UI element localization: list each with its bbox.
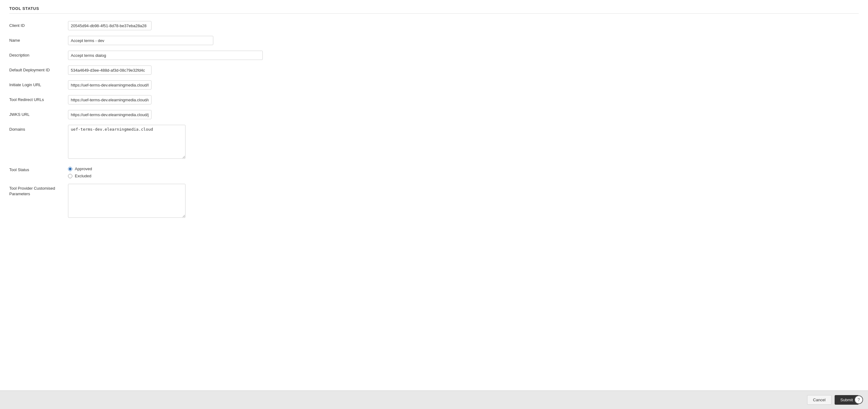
client-id-label: Client ID xyxy=(9,21,68,28)
main-content: TOOL STATUS Client ID Name Description D… xyxy=(0,0,868,390)
tool-redirect-urls-label: Tool Redirect URLs xyxy=(9,95,68,103)
cancel-button[interactable]: Cancel xyxy=(807,395,831,405)
jwks-url-label: JWKS URL xyxy=(9,110,68,117)
domains-row: Domains uef-terms-dev.elearningmedia.clo… xyxy=(9,125,859,160)
tool-status-row: Tool Status Approved Excluded xyxy=(9,165,859,178)
name-label: Name xyxy=(9,36,68,43)
tool-redirect-urls-input[interactable] xyxy=(68,95,152,104)
name-input[interactable] xyxy=(68,36,213,45)
tool-redirect-urls-row: Tool Redirect URLs xyxy=(9,95,859,104)
initiate-login-url-row: Initiate Login URL xyxy=(9,80,859,90)
tool-redirect-urls-field xyxy=(68,95,253,104)
deployment-id-row: Default Deployment ID xyxy=(9,66,859,75)
description-input[interactable] xyxy=(68,50,263,60)
domains-textarea[interactable]: uef-terms-dev.elearningmedia.cloud xyxy=(68,125,185,159)
jwks-url-input[interactable] xyxy=(68,110,152,119)
help-icon-symbol: ? xyxy=(858,397,860,402)
tool-status-approved-option[interactable]: Approved xyxy=(68,167,253,171)
help-icon[interactable]: ? xyxy=(855,396,863,404)
deployment-id-input[interactable] xyxy=(68,66,152,75)
tool-status-label: Tool Status xyxy=(9,165,68,173)
client-id-input[interactable] xyxy=(68,21,152,30)
description-row: Description xyxy=(9,50,859,60)
domains-field: uef-terms-dev.elearningmedia.cloud xyxy=(68,125,253,160)
initiate-login-url-label: Initiate Login URL xyxy=(9,80,68,88)
description-label: Description xyxy=(9,50,68,58)
jwks-url-row: JWKS URL xyxy=(9,110,859,119)
deployment-id-field xyxy=(68,66,253,75)
client-id-row: Client ID xyxy=(9,21,859,30)
tool-status-approved-radio[interactable] xyxy=(68,167,72,171)
description-field xyxy=(68,50,253,60)
tool-status-radio-group: Approved Excluded xyxy=(68,165,253,178)
tool-status-excluded-option[interactable]: Excluded xyxy=(68,174,253,178)
tool-status-approved-label: Approved xyxy=(75,167,92,171)
name-row: Name xyxy=(9,36,859,45)
tool-status-excluded-radio[interactable] xyxy=(68,174,72,178)
tool-provider-params-textarea[interactable] xyxy=(68,184,185,218)
jwks-url-field xyxy=(68,110,253,119)
tool-provider-params-field xyxy=(68,184,253,219)
initiate-login-url-field xyxy=(68,80,253,90)
tool-provider-params-row: Tool Provider Customised Parameters xyxy=(9,184,859,219)
initiate-login-url-input[interactable] xyxy=(68,80,152,90)
name-field xyxy=(68,36,253,45)
page-wrapper: TOOL STATUS Client ID Name Description D… xyxy=(0,0,868,409)
section-title: TOOL STATUS xyxy=(9,6,859,13)
domains-label: Domains xyxy=(9,125,68,132)
client-id-field xyxy=(68,21,253,30)
tool-status-excluded-label: Excluded xyxy=(75,174,91,178)
deployment-id-label: Default Deployment ID xyxy=(9,66,68,73)
tool-status-field: Approved Excluded xyxy=(68,165,253,178)
tool-provider-params-label: Tool Provider Customised Parameters xyxy=(9,184,68,197)
footer-bar: Cancel Submit xyxy=(0,390,868,409)
